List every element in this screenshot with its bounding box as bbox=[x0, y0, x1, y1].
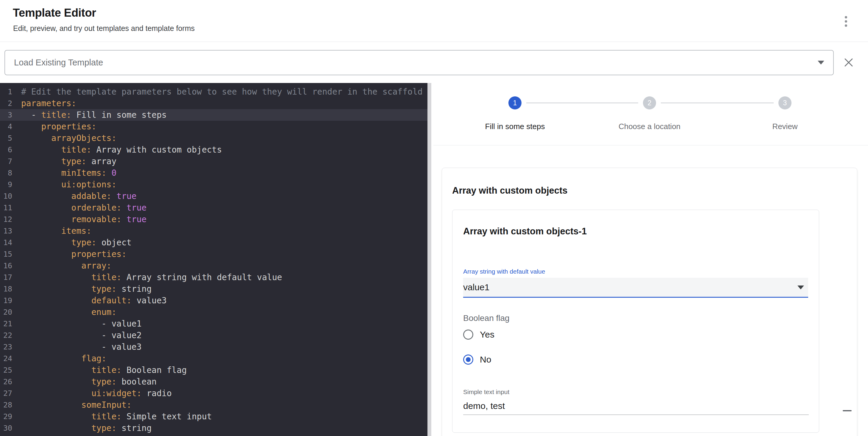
code-line: enum: bbox=[21, 306, 116, 318]
editor-line[interactable]: 12 removable: true bbox=[0, 213, 431, 225]
kebab-dot-icon bbox=[845, 24, 847, 27]
page-title: Template Editor bbox=[13, 6, 195, 20]
step-label-fill-in-some-steps: Fill in some steps bbox=[453, 122, 578, 131]
code-line: title: Array string with default value bbox=[21, 272, 282, 283]
form-section-title: Array with custom objects bbox=[452, 185, 847, 197]
editor-line[interactable]: 30 type: string bbox=[0, 422, 431, 434]
editor-line[interactable]: 3 - title: Fill in some steps bbox=[0, 109, 431, 121]
line-number: 5 bbox=[0, 132, 12, 144]
editor-line[interactable]: 26 type: boolean bbox=[0, 376, 431, 388]
editor-line[interactable]: 25 title: Boolean flag bbox=[0, 364, 431, 376]
code-line: type: object bbox=[21, 237, 131, 248]
line-number: 19 bbox=[0, 295, 12, 306]
editor-line[interactable]: 17 title: Array string with default valu… bbox=[0, 272, 431, 283]
code-line: orderable: true bbox=[21, 202, 147, 213]
step-indicator-1: 1 bbox=[508, 96, 522, 109]
line-number: 13 bbox=[0, 225, 12, 237]
editor-line[interactable]: 28 someInput: bbox=[0, 399, 431, 411]
simple-text-input[interactable]: demo, test bbox=[463, 400, 809, 415]
editor-line[interactable]: 14 type: object bbox=[0, 237, 431, 248]
editor-line[interactable]: 15 properties: bbox=[0, 248, 431, 260]
editor-line[interactable]: 23 - value3 bbox=[0, 341, 431, 353]
editor-line[interactable]: 22 - value2 bbox=[0, 330, 431, 341]
step-connector bbox=[526, 103, 638, 103]
clear-template-button[interactable] bbox=[840, 54, 858, 71]
editor-line[interactable]: 5 arrayObjects: bbox=[0, 132, 431, 144]
close-icon bbox=[843, 57, 854, 68]
code-line: type: string bbox=[21, 283, 152, 295]
radio-option-label: Yes bbox=[480, 330, 494, 340]
code-line: title: Array with custom objects bbox=[21, 144, 222, 156]
editor-line[interactable]: 2parameters: bbox=[0, 98, 431, 109]
kebab-dot-icon bbox=[845, 16, 847, 19]
editor-scrollbar[interactable] bbox=[428, 83, 431, 436]
step-connector bbox=[661, 103, 774, 103]
code-line: type: string bbox=[21, 422, 152, 434]
editor-line[interactable]: 27 ui:widget: radio bbox=[0, 388, 431, 399]
radio-option[interactable]: Yes bbox=[463, 328, 808, 342]
array-select-label: Array string with default value bbox=[463, 268, 808, 275]
code-line: ui:options: bbox=[21, 179, 116, 190]
line-number: 20 bbox=[0, 306, 12, 318]
editor-line[interactable]: 20 enum: bbox=[0, 306, 431, 318]
editor-line[interactable]: 24 flag: bbox=[0, 353, 431, 364]
editor-line[interactable]: 9 ui:options: bbox=[0, 179, 431, 190]
editor-line[interactable]: 7 type: array bbox=[0, 156, 431, 167]
code-line: properties: bbox=[21, 248, 126, 260]
line-number: 27 bbox=[0, 388, 12, 399]
remove-item-button[interactable] bbox=[839, 403, 855, 419]
editor-line[interactable]: 19 default: value3 bbox=[0, 295, 431, 306]
step-label-choose-a-location: Choose a location bbox=[587, 122, 712, 131]
more-options-button[interactable] bbox=[839, 14, 853, 29]
line-number: 24 bbox=[0, 353, 12, 364]
line-number: 15 bbox=[0, 248, 12, 260]
array-select-value: value1 bbox=[463, 282, 489, 292]
radio-icon bbox=[463, 355, 473, 365]
code-line: properties: bbox=[21, 121, 96, 132]
code-line: addable: true bbox=[21, 190, 136, 202]
line-number: 28 bbox=[0, 399, 12, 411]
code-lines: 1# Edit the template parameters below to… bbox=[0, 86, 431, 434]
line-number: 6 bbox=[0, 144, 12, 156]
code-line: title: Boolean flag bbox=[21, 364, 187, 376]
boolean-flag-label: Boolean flag bbox=[463, 313, 808, 323]
array-string-select[interactable]: value1 bbox=[463, 278, 808, 298]
code-line: someInput: bbox=[21, 399, 131, 411]
line-number: 16 bbox=[0, 260, 12, 272]
code-line: array: bbox=[21, 260, 111, 272]
page-header: Template Editor Edit, preview, and try o… bbox=[13, 6, 195, 33]
editor-line[interactable]: 18 type: string bbox=[0, 283, 431, 295]
code-line: - value2 bbox=[21, 330, 142, 341]
editor-line[interactable]: 11 orderable: true bbox=[0, 202, 431, 213]
line-number: 8 bbox=[0, 167, 12, 179]
form-card: Array with custom objects Array with cus… bbox=[442, 168, 857, 436]
load-template-select[interactable]: Load Existing Template bbox=[4, 50, 834, 75]
code-line: title: Simple text input bbox=[21, 411, 212, 422]
editor-line[interactable]: 6 title: Array with custom objects bbox=[0, 144, 431, 156]
template-editor-app: Template Editor Edit, preview, and try o… bbox=[0, 0, 868, 436]
yaml-editor[interactable]: 1# Edit the template parameters below to… bbox=[0, 83, 431, 436]
editor-line[interactable]: 10 addable: true bbox=[0, 190, 431, 202]
code-line: removable: true bbox=[21, 213, 147, 225]
radio-option[interactable]: No bbox=[463, 353, 808, 367]
step-number: 3 bbox=[783, 99, 787, 107]
line-number: 9 bbox=[0, 179, 12, 190]
code-line: - title: Fill in some steps bbox=[21, 109, 167, 121]
editor-line[interactable]: 8 minItems: 0 bbox=[0, 167, 431, 179]
code-line: parameters: bbox=[21, 98, 76, 109]
code-line: default: value3 bbox=[21, 295, 167, 306]
step-number: 1 bbox=[513, 99, 517, 107]
editor-line[interactable]: 13 items: bbox=[0, 225, 431, 237]
line-number: 12 bbox=[0, 213, 12, 225]
stepper-divider bbox=[433, 145, 868, 145]
line-number: 1 bbox=[0, 86, 12, 98]
editor-line[interactable]: 1# Edit the template parameters below to… bbox=[0, 86, 431, 98]
editor-line[interactable]: 16 array: bbox=[0, 260, 431, 272]
line-number: 7 bbox=[0, 156, 12, 167]
editor-line[interactable]: 29 title: Simple text input bbox=[0, 411, 431, 422]
line-number: 10 bbox=[0, 190, 12, 202]
editor-line[interactable]: 21 - value1 bbox=[0, 318, 431, 330]
editor-line[interactable]: 4 properties: bbox=[0, 121, 431, 132]
line-number: 3 bbox=[0, 109, 12, 121]
code-line: minItems: 0 bbox=[21, 167, 116, 179]
